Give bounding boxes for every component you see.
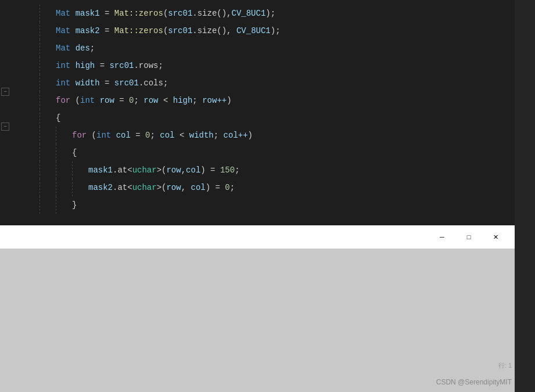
code-line: Mat mask1 = Mat::zeros(src01.size(),CV_8… (0, 5, 535, 22)
code-tokens: } (72, 196, 77, 214)
token: < (159, 96, 173, 105)
token: ; (150, 131, 160, 140)
token: .rows; (134, 61, 163, 70)
token: { (56, 113, 60, 123)
indent-guide (40, 39, 40, 57)
token: int (80, 96, 95, 105)
token: = (95, 61, 109, 70)
token: .size(), (192, 26, 236, 35)
code-line: { (0, 144, 535, 161)
token: { (72, 148, 77, 157)
token: int (96, 131, 111, 140)
indent-guide (40, 179, 40, 196)
code-line: Mat des; (0, 39, 535, 57)
token: Mat::zeros (114, 26, 163, 35)
fold-icon[interactable]: − (1, 88, 9, 96)
token: >( (157, 183, 167, 192)
token: src01 (109, 61, 134, 70)
token: ); (271, 26, 281, 35)
token: mask2 (76, 26, 100, 35)
token: width (76, 78, 100, 88)
code-tokens: mask1.at<uchar>(row,col) = 150; (88, 161, 240, 179)
token: 0 (225, 183, 229, 192)
indent-guide (40, 144, 40, 161)
code-line: mask2.at<uchar>(row, col) = 0; (0, 179, 535, 196)
token: row (100, 96, 114, 105)
token: ) (248, 131, 253, 140)
indent-guide (40, 5, 40, 22)
code-line: −for (int col = 0; col < width; col++) (0, 127, 535, 144)
token: row (166, 166, 181, 175)
token: col (191, 183, 205, 192)
code-line: { (0, 109, 535, 127)
token (95, 96, 99, 105)
watermark: CSDN @SerendipityMIT (436, 378, 512, 386)
indent-guide (56, 196, 56, 214)
code-tokens: Mat mask2 = Mat::zeros(src01.size(), CV_… (56, 22, 281, 39)
indent-guide (72, 179, 73, 196)
token: , (181, 183, 191, 192)
token: ( (70, 96, 80, 105)
minimize-button[interactable]: ─ (429, 228, 455, 246)
token: Mat (56, 26, 70, 35)
code-tokens: { (72, 144, 77, 161)
code-tokens: { (56, 109, 60, 127)
token: ); (265, 9, 275, 18)
code-content: } (23, 196, 535, 220)
token: Mat (56, 9, 70, 18)
token: = (131, 131, 145, 140)
token: Mat::zeros (114, 9, 163, 18)
token: 0 (129, 96, 134, 105)
token: row (143, 96, 158, 105)
token: for (56, 96, 70, 105)
token (70, 9, 75, 18)
code-tokens: Mat des; (56, 39, 95, 57)
indent-guide (40, 196, 40, 214)
fold-icon[interactable]: − (1, 123, 9, 131)
token: row (166, 183, 181, 192)
token: width (189, 131, 214, 140)
token: = (100, 26, 114, 35)
token: row++ (202, 96, 227, 105)
code-line: } (0, 196, 535, 214)
token: col (160, 131, 174, 140)
token: .cols; (139, 78, 168, 88)
indent-guide (56, 144, 56, 161)
token: ) = (200, 166, 220, 175)
window-chrome: ─ □ ✕ (0, 225, 515, 249)
token: Mat (56, 44, 70, 53)
token: CV_8UC1 (232, 9, 266, 18)
token: CV_8UC1 (236, 26, 271, 35)
indent-guide (40, 92, 40, 109)
token: ) (227, 96, 231, 105)
indent-guide (40, 74, 40, 92)
token: ; (90, 44, 95, 53)
token: int (56, 78, 70, 88)
token: ; (230, 183, 235, 192)
status-text: 行: 1 (498, 361, 512, 370)
token: < (175, 131, 189, 140)
indent-guide (40, 22, 40, 39)
token: 150 (220, 166, 235, 175)
token: uchar (132, 183, 157, 192)
token: high (76, 61, 95, 70)
indent-guide (40, 127, 40, 144)
token: = (100, 78, 114, 88)
token: for (72, 131, 87, 140)
maximize-button[interactable]: □ (455, 228, 482, 246)
code-tokens: int high = src01.rows; (56, 57, 163, 74)
token (70, 61, 75, 70)
code-line: int high = src01.rows; (0, 57, 535, 74)
token: uchar (132, 166, 157, 175)
token: mask1 (76, 9, 100, 18)
indent-guide (40, 109, 40, 127)
token: mask2 (88, 183, 113, 192)
token: col++ (224, 131, 248, 140)
close-button[interactable]: ✕ (482, 228, 509, 246)
indent-guide (72, 161, 73, 179)
token: ( (87, 131, 96, 140)
code-tokens: for (int col = 0; col < width; col++) (72, 127, 253, 144)
indent-guide (56, 179, 56, 196)
code-tokens: mask2.at<uchar>(row, col) = 0; (88, 179, 235, 196)
token: ; (134, 96, 144, 105)
